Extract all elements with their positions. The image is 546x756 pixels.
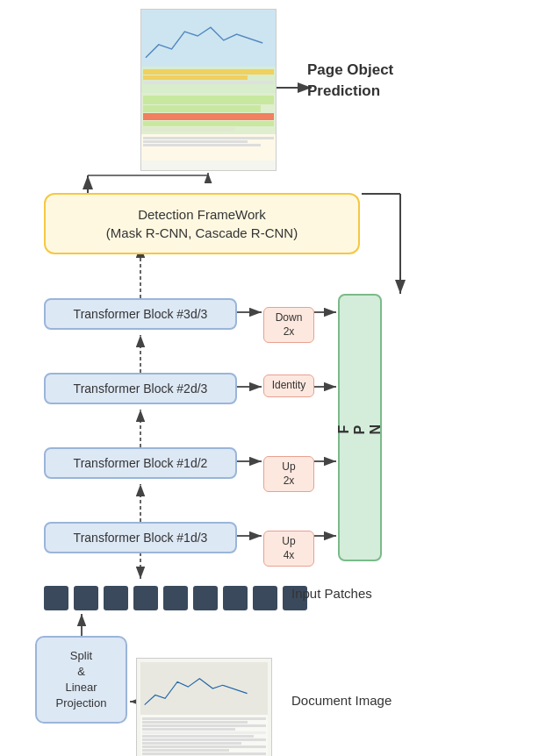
patch-6 <box>193 586 218 610</box>
fpn-box: F P N <box>338 294 382 561</box>
transformer-block-2: Transformer Block #2d/3 <box>44 373 237 404</box>
transformer-block-3: Transformer Block #3d/3 <box>44 298 237 330</box>
document-image-label: Document Image <box>291 693 392 708</box>
page-object-thumbnail <box>140 9 277 171</box>
scale-up-2x: Up 2x <box>263 456 314 492</box>
input-patches-row <box>44 586 307 610</box>
patch-1 <box>44 586 68 610</box>
input-patches-label: Input Patches <box>291 586 372 601</box>
detection-framework-box: Detection FrameWork (Mask R-CNN, Cascade… <box>44 193 360 254</box>
scale-identity: Identity <box>263 374 314 397</box>
patch-2 <box>74 586 98 610</box>
scale-down-2x: Down 2x <box>263 307 314 343</box>
diagram-container: Page Object Prediction Detection FrameWo… <box>0 0 546 756</box>
document-image-thumbnail <box>136 658 272 756</box>
scale-up-4x: Up 4x <box>263 531 314 567</box>
transformer-block-1d2: Transformer Block #1d/2 <box>44 447 237 479</box>
split-linear-projection-box: Split & Linear Projection <box>35 636 127 724</box>
patch-5 <box>163 586 188 610</box>
patch-4 <box>133 586 158 610</box>
svg-rect-23 <box>141 10 276 66</box>
page-object-prediction-label: Page Object Prediction <box>307 60 393 102</box>
transformer-block-1d3: Transformer Block #1d/3 <box>44 522 237 553</box>
patch-7 <box>223 586 248 610</box>
patch-8 <box>253 586 277 610</box>
patch-3 <box>104 586 128 610</box>
